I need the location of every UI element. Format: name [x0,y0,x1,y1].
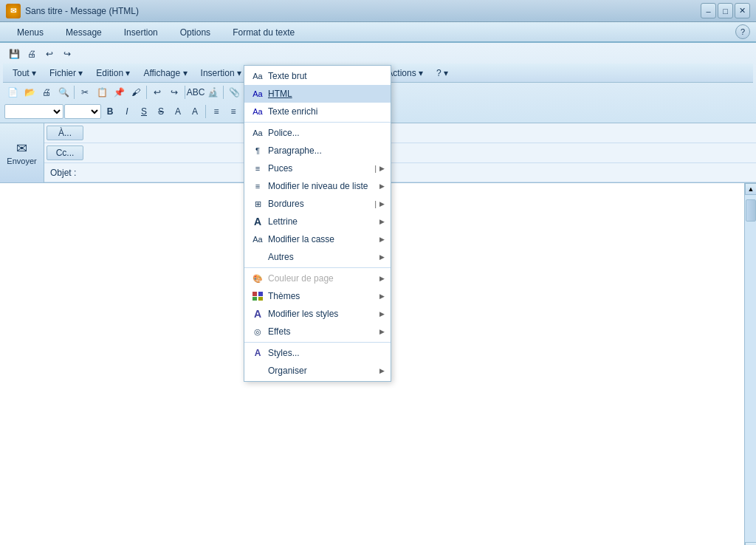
quick-access-toolbar: 💾 🖨 ↩ ↪ [3,44,753,64]
autres-label: Autres [268,252,379,262]
tab-options[interactable]: Options [169,24,221,41]
menu-affichage[interactable]: Affichage ▾ [137,65,193,81]
research-btn[interactable]: 🔬 [205,84,221,100]
svg-rect-1 [258,292,263,296]
menu-fichier[interactable]: Fichier ▾ [43,65,89,81]
modifier-niveau-label: Modifier le niveau de liste [268,181,379,191]
preview-btn[interactable]: 🔍 [55,84,72,100]
spell-btn[interactable]: ABC [188,84,204,100]
window-title: Sans titre - Message (HTML) [25,6,139,16]
attach-btn[interactable]: 📎 [226,84,242,100]
menu-item-police[interactable]: Aa Police... [244,124,391,142]
undo-button[interactable]: ↩ [41,46,58,62]
cc-input[interactable] [86,145,756,161]
scroll-thumb[interactable] [746,199,756,222]
ribbon-tabs: Menus Message Insertion Options Format d… [0,22,756,43]
lettrine-label: Lettrine [268,216,379,227]
menu-item-modifier-styles[interactable]: A Modifier les styles ▶ [244,305,391,323]
app-icon: ✉ [6,4,21,18]
print-btn2[interactable]: 🖨 [38,84,55,100]
subject-input[interactable] [82,165,756,181]
format-painter-btn[interactable]: 🖌 [128,84,144,100]
fontsize-combo[interactable] [64,104,101,119]
strikethrough-btn[interactable]: S [153,103,169,120]
themes-label: Thèmes [268,291,379,301]
redo-btn2[interactable]: ↪ [166,84,182,100]
send-label: Envoyer [7,157,36,165]
lettrine-icon: A [250,216,265,227]
font-combo[interactable] [4,104,63,119]
menu-item-organiser[interactable]: Organiser ▶ [244,362,391,380]
menu-item-autres[interactable]: Autres ▶ [244,248,391,266]
cut-btn[interactable]: ✂ [77,84,93,100]
menu-insertion[interactable]: Insertion ▾ [194,65,248,81]
align-left-btn[interactable]: ≡ [208,103,224,120]
right-panel: ▲ ⊡ ▼ [744,183,756,545]
texte-brut-icon: Aa [250,70,265,82]
effets-arrow: ▶ [379,328,385,335]
menu-item-bordures[interactable]: ⊞ Bordures | ▶ [244,195,391,213]
menu-item-couleur-page: 🎨 Couleur de page ▶ [244,270,391,287]
bordures-arrow: ▶ [379,200,385,208]
paste-btn[interactable]: 📌 [111,84,127,100]
dd-sep3 [244,342,391,343]
menu-edition[interactable]: Edition ▾ [89,65,137,81]
print-button[interactable]: 🖨 [24,46,40,62]
menu-item-modifier-casse[interactable]: Aa Modifier la casse ▶ [244,230,391,248]
menu-item-puces[interactable]: ≡ Puces | ▶ [244,160,391,177]
send-icon: ✉ [16,140,27,157]
svg-rect-0 [252,292,257,296]
open-btn[interactable]: 📂 [21,84,38,100]
modifier-niveau-arrow: ▶ [379,182,385,190]
save-button[interactable]: 💾 [6,46,22,62]
to-input[interactable] [86,125,756,141]
close-button[interactable]: ✕ [735,3,750,18]
police-icon: Aa [250,127,265,139]
styles-icon: A [250,347,265,359]
organiser-label: Organiser [268,366,379,376]
menu-item-modifier-niveau[interactable]: ≡ Modifier le niveau de liste ▶ [244,177,391,195]
effets-label: Effets [268,326,379,337]
undo-btn2[interactable]: ↩ [149,84,165,100]
dd-sep2 [244,267,391,268]
send-button[interactable]: ✉ Envoyer [0,123,44,182]
menu-help[interactable]: ? ▾ [430,65,455,81]
to-button[interactable]: À... [47,126,83,140]
menu-tout[interactable]: Tout ▾ [6,65,43,81]
tab-format-texte[interactable]: Format du texte [221,24,306,41]
menu-item-texte-brut[interactable]: Aa Texte brut [244,67,391,85]
maximize-button[interactable]: □ [718,3,733,18]
puces-icon: ≡ [250,162,265,174]
bordures-shortcut: | [374,199,377,208]
couleur-page-arrow: ▶ [379,275,385,282]
menu-item-effets[interactable]: ◎ Effets ▶ [244,323,391,340]
fontcolor-btn[interactable]: A [170,103,186,120]
menu-item-themes[interactable]: Thèmes ▶ [244,287,391,305]
menu-item-lettrine[interactable]: A Lettrine ▶ [244,213,391,230]
new-btn[interactable]: 📄 [4,84,21,100]
modifier-styles-arrow: ▶ [379,310,385,318]
modifier-casse-label: Modifier la casse [268,234,379,244]
highlight-btn[interactable]: A [187,103,203,120]
sep1 [74,86,75,99]
underline-btn[interactable]: S [136,103,152,120]
scroll-up-btn[interactable]: ▲ [745,183,756,195]
tab-message[interactable]: Message [55,24,113,41]
redo-button[interactable]: ↪ [59,46,75,62]
title-left: ✉ Sans titre - Message (HTML) [6,4,139,18]
italic-btn[interactable]: I [119,103,135,120]
help-button[interactable]: ? [735,24,750,39]
copy-btn[interactable]: 📋 [94,84,110,100]
resize-handle[interactable]: ⊡ [745,542,756,545]
cc-button[interactable]: Cc... [47,145,83,160]
police-label: Police... [268,128,385,138]
tab-insertion[interactable]: Insertion [113,24,169,41]
minimize-button[interactable]: – [701,3,716,18]
bold-btn[interactable]: B [102,103,118,120]
tab-menus[interactable]: Menus [6,24,55,41]
menu-item-styles[interactable]: A Styles... [244,344,391,362]
menu-item-paragraphe[interactable]: ¶ Paragraphe... [244,142,391,160]
menu-item-html[interactable]: Aa HTML [244,85,391,103]
align-center-btn[interactable]: ≡ [225,103,241,120]
menu-item-texte-enrichi[interactable]: Aa Texte enrichi [244,103,391,120]
